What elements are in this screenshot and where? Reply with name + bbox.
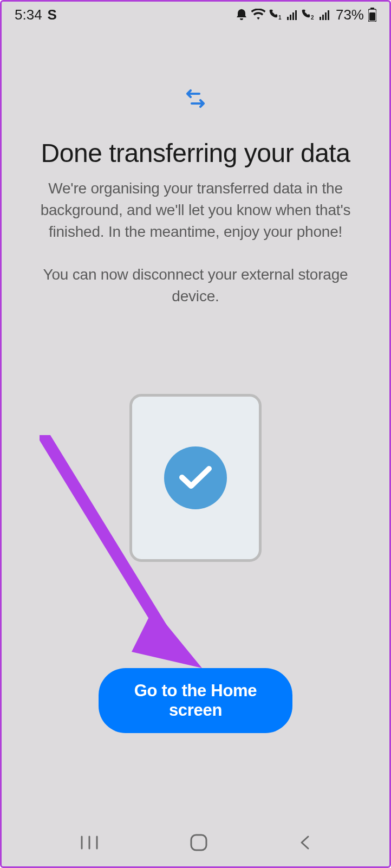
status-time: 5:34 <box>15 7 42 23</box>
svg-rect-4 <box>292 12 294 20</box>
svg-rect-10 <box>328 10 329 20</box>
svg-rect-9 <box>325 12 327 20</box>
svg-rect-3 <box>290 15 291 20</box>
svg-rect-7 <box>320 17 321 20</box>
signal-sim2-icon <box>320 9 330 20</box>
description-text: We're organising your transferred data i… <box>23 178 368 242</box>
status-right: 1 2 73% <box>235 7 376 23</box>
wifi-icon <box>251 9 265 21</box>
call-sim1-icon: 1 <box>269 9 284 21</box>
svg-point-0 <box>241 9 243 11</box>
alarm-icon <box>235 8 248 21</box>
svg-rect-13 <box>369 12 375 21</box>
app-indicator-icon: S <box>48 7 57 23</box>
home-button[interactable] <box>190 833 208 852</box>
page-title: Done transferring your data <box>41 138 350 168</box>
svg-text:2: 2 <box>311 15 314 21</box>
status-bar: 5:34 S 1 2 73% <box>2 2 389 28</box>
phone-illustration <box>129 394 262 562</box>
checkmark-circle-icon <box>164 446 227 509</box>
battery-percentage: 73% <box>336 7 364 23</box>
signal-sim1-icon <box>287 9 298 20</box>
call-sim2-icon: 2 <box>301 9 316 21</box>
svg-text:1: 1 <box>278 15 282 21</box>
description-text-2: You can now disconnect your external sto… <box>23 264 368 307</box>
content-area: Done transferring your data We're organi… <box>2 28 389 866</box>
svg-rect-2 <box>287 17 289 20</box>
screen-frame: 5:34 S 1 2 73% Done <box>0 0 391 868</box>
go-home-button[interactable]: Go to the Home screen <box>99 668 292 733</box>
status-left: 5:34 S <box>15 7 57 23</box>
back-button[interactable] <box>298 834 311 851</box>
svg-rect-18 <box>191 835 206 850</box>
svg-rect-5 <box>295 10 297 20</box>
svg-rect-8 <box>322 15 324 20</box>
navigation-bar <box>2 819 389 866</box>
recents-button[interactable] <box>80 834 99 851</box>
transfer-arrows-icon <box>183 87 208 114</box>
battery-icon <box>368 8 376 22</box>
